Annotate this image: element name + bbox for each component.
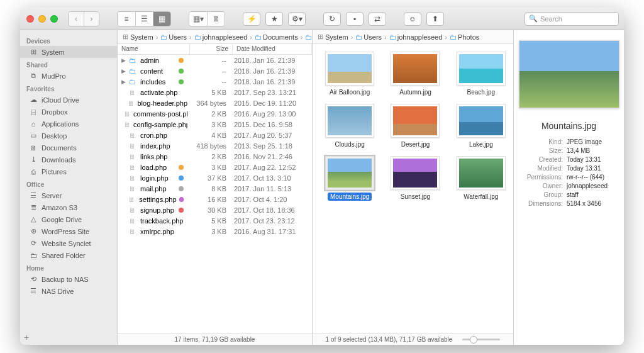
sidebar-icon: ⟲: [29, 275, 38, 283]
search-placeholder: Search: [540, 15, 562, 23]
crumb-seg[interactable]: System: [130, 33, 153, 41]
breadcrumb-left[interactable]: ⊞System›🗀Users›🗀johnappleseed›🗀Documents…: [118, 30, 312, 44]
crumb-seg[interactable]: Documents: [263, 33, 298, 41]
file-row[interactable]: 🗎blog-header.php364 bytes2015. Dec 19. 1…: [118, 98, 312, 108]
file-row[interactable]: 🗎index.php418 bytes2013. Sep 25. 1:18: [118, 140, 312, 151]
col-size[interactable]: Size: [190, 44, 233, 54]
file-date: 2017. Sep 23. 13:21: [230, 89, 309, 96]
gear-icon[interactable]: ⚙▾: [288, 12, 306, 26]
sidebar-item[interactable]: ⤓Downloads: [20, 154, 117, 165]
sync-icon[interactable]: ↻: [323, 12, 341, 26]
sidebar-item[interactable]: ⊛WordPress Site: [20, 225, 117, 237]
list-header[interactable]: Name Size Date Modified: [118, 44, 312, 55]
file-row[interactable]: 🗎settings.php16 KB2017. Oct 4. 1:20: [118, 194, 312, 205]
icon-item[interactable]: Lake.jpg: [454, 104, 508, 148]
sidebar-item[interactable]: ⌂Applications: [20, 118, 117, 130]
file-row[interactable]: 🗎config-sample.php3 KB2015. Dec 16. 9:58: [118, 119, 312, 130]
nav-forward[interactable]: ›: [84, 12, 99, 26]
file-date: 2018. Jan 16. 21:39: [230, 57, 309, 64]
search-input[interactable]: 🔍 Search: [525, 12, 619, 26]
view-icons-icon[interactable]: ▦: [153, 12, 170, 26]
icon-item[interactable]: Waterfall.jpg: [454, 156, 508, 201]
file-row[interactable]: 🗎load.php3 KB2017. Aug 22. 12:52: [118, 162, 312, 172]
view-list-icon[interactable]: ≡: [118, 12, 135, 26]
col-name[interactable]: Name: [118, 44, 190, 54]
sidebar-item[interactable]: ▭Desktop: [20, 130, 117, 142]
icon-label: Lake.jpg: [467, 140, 496, 148]
sidebar-item[interactable]: 🗎Documents: [20, 142, 117, 154]
search-icon: 🔍: [529, 14, 538, 23]
nav-back[interactable]: ‹: [69, 12, 84, 26]
sidebar-item[interactable]: ⧉MudPro: [20, 70, 117, 82]
sidebar-item[interactable]: ⟲Backup to NAS: [20, 273, 117, 285]
file-row[interactable]: 🗎links.php2 KB2016. Nov 21. 2:46: [118, 151, 312, 162]
file-name: load.php: [140, 164, 167, 171]
icon-label: Autumn.jpg: [397, 88, 434, 96]
sidebar-heading: Devices: [20, 34, 117, 46]
icon-item[interactable]: Autumn.jpg: [388, 52, 442, 96]
crumb-seg[interactable]: johnappleseed: [397, 33, 443, 41]
file-row[interactable]: 🗎comments-post.php2 KB2016. Aug 29. 13:0…: [118, 108, 312, 119]
sidebar-item[interactable]: ☰Server: [20, 189, 117, 201]
sidebar-item[interactable]: 🗀Shared Folder: [20, 249, 117, 261]
file-row[interactable]: 🗎signup.php30 KB2017. Oct 18. 18:36: [118, 205, 312, 215]
sidebar-label: NAS Drive: [42, 288, 74, 295]
sidebar-item[interactable]: △Google Drive: [20, 213, 117, 225]
zoom-slider[interactable]: [462, 339, 500, 340]
sidebar-item[interactable]: ⊞System: [20, 46, 117, 58]
zoom-button[interactable]: [50, 15, 58, 23]
new-doc-icon[interactable]: 🗎: [207, 12, 225, 26]
finder-window: ‹ › ≡ ☰ ▦ ▦▾ 🗎 ⚡ ★ ⚙▾ ↻ ▪ ⇄ ☺ ⬆ 🔍 Search…: [20, 8, 624, 345]
upload-icon[interactable]: ⬆: [426, 12, 444, 26]
emoji-icon[interactable]: ☺: [404, 12, 421, 26]
file-row[interactable]: ▶🗀includes--2018. Jan 16. 21:39: [118, 76, 312, 87]
info-value: 5184 x 3456: [567, 200, 619, 207]
icon-item[interactable]: Air Balloon.jpg: [323, 52, 377, 96]
crumb-seg[interactable]: johnappleseed: [203, 33, 248, 41]
sidebar-item[interactable]: ≣Amazon S3: [20, 201, 117, 213]
file-name: blog-header.php: [137, 99, 187, 107]
sidebar-item[interactable]: ⌸Dropbox: [20, 106, 117, 118]
file-row[interactable]: 🗎login.php37 KB2017. Oct 13. 3:10: [118, 172, 312, 183]
quick-action-icon[interactable]: ⚡: [243, 12, 260, 26]
view-segmented: ≡ ☰ ▦: [117, 11, 171, 26]
sidebar-item[interactable]: ☰NAS Drive: [20, 285, 117, 297]
sidebar-item[interactable]: ⟳Website Synclet: [20, 237, 117, 249]
view-columns-icon[interactable]: ☰: [135, 12, 153, 26]
file-size: 37 KB: [187, 174, 230, 182]
sidebar-item[interactable]: ☁iCloud Drive: [20, 94, 117, 106]
file-row[interactable]: 🗎activate.php5 KB2017. Sep 23. 13:21: [118, 87, 312, 98]
favorite-icon[interactable]: ★: [265, 12, 283, 26]
breadcrumb-right[interactable]: ⊞System›🗀Users›🗀johnappleseed›🗀Photos: [313, 30, 513, 44]
crumb-seg[interactable]: Users: [169, 33, 187, 41]
icon-item[interactable]: Mountains.jpg: [323, 156, 377, 201]
file-row[interactable]: 🗎cron.php4 KB2017. Aug 20. 5:37: [118, 130, 312, 140]
status-right-text: 1 of 9 selected (13,4 MB), 71,17 GB avai…: [326, 336, 453, 343]
minimize-button[interactable]: [38, 15, 46, 23]
crumb-seg[interactable]: System: [325, 33, 348, 41]
close-button[interactable]: [26, 15, 34, 23]
file-row[interactable]: 🗎mail.php8 KB2017. Jan 11. 5:13: [118, 183, 312, 194]
icon-item[interactable]: Clouds.jpg: [323, 104, 377, 148]
file-row[interactable]: ▶🗀admin--2018. Jan 16. 21:39: [118, 55, 312, 65]
compare-icon[interactable]: ⇄: [369, 12, 386, 26]
crumb-seg[interactable]: Users: [364, 33, 382, 41]
arrange-dropdown[interactable]: ▦▾: [189, 12, 207, 26]
sidebar-item[interactable]: ⎙Pictures: [20, 165, 117, 177]
icon-item[interactable]: Beach.jpg: [454, 52, 508, 96]
sidebar-icon: ≣: [29, 203, 38, 211]
terminal-icon[interactable]: ▪: [346, 12, 364, 26]
icon-view[interactable]: Air Balloon.jpgAutumn.jpgBeach.jpgClouds…: [313, 44, 513, 333]
icon-label: Sunset.jpg: [398, 193, 433, 201]
titlebar: ‹ › ≡ ☰ ▦ ▦▾ 🗎 ⚡ ★ ⚙▾ ↻ ▪ ⇄ ☺ ⬆ 🔍 Search: [20, 8, 624, 30]
add-sidebar-item[interactable]: +: [24, 332, 29, 342]
file-row[interactable]: 🗎trackback.php5 KB2017. Oct 23. 23:12: [118, 215, 312, 226]
file-date: 2017. Oct 18. 18:36: [230, 206, 309, 214]
file-name: settings.php: [139, 196, 176, 203]
col-date[interactable]: Date Modified: [233, 44, 312, 54]
icon-item[interactable]: Sunset.jpg: [388, 156, 442, 201]
file-row[interactable]: 🗎xmlrpc.php3 KB2016. Aug 31. 17:31: [118, 226, 312, 237]
file-row[interactable]: ▶🗀content--2018. Jan 16. 21:39: [118, 65, 312, 76]
icon-item[interactable]: Desert.jpg: [388, 104, 442, 148]
crumb-seg[interactable]: Photos: [458, 33, 479, 41]
